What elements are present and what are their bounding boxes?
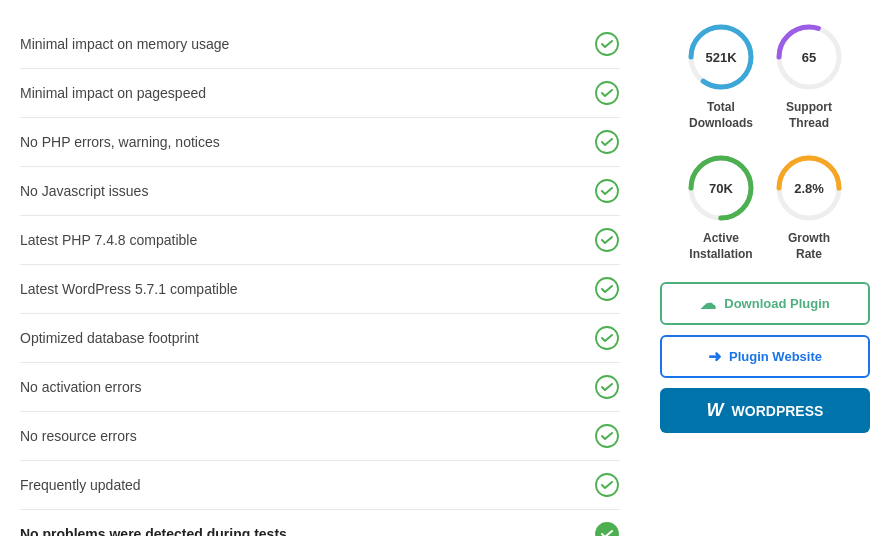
check-icon: [594, 178, 620, 204]
stat-value: 2.8%: [794, 181, 824, 196]
check-icon: [594, 521, 620, 536]
check-row: No problems were detected during tests.: [20, 510, 620, 536]
check-icon: [594, 325, 620, 351]
stat-circle: 70K: [684, 151, 758, 225]
wordpress-button[interactable]: W WORDPRESS: [660, 388, 870, 433]
checklist-panel: Minimal impact on memory usage Minimal i…: [20, 20, 620, 536]
stat-label: GrowthRate: [788, 231, 830, 262]
row-label: No Javascript issues: [20, 183, 148, 199]
row-label: No resource errors: [20, 428, 137, 444]
row-label: Minimal impact on memory usage: [20, 36, 229, 52]
check-icon: [594, 31, 620, 57]
website-label: Plugin Website: [729, 349, 822, 364]
row-label: Latest WordPress 5.7.1 compatible: [20, 281, 238, 297]
row-label: Latest PHP 7.4.8 compatible: [20, 232, 197, 248]
row-label: No activation errors: [20, 379, 141, 395]
stat-label: TotalDownloads: [689, 100, 753, 131]
check-icon: [594, 472, 620, 498]
check-row: No PHP errors, warning, notices: [20, 118, 620, 167]
check-icon: [594, 374, 620, 400]
check-icon: [594, 129, 620, 155]
download-label: Download Plugin: [724, 296, 829, 311]
check-row: Latest PHP 7.4.8 compatible: [20, 216, 620, 265]
stat-circle: 521K: [684, 20, 758, 94]
website-button[interactable]: ➜ Plugin Website: [660, 335, 870, 378]
check-row: Latest WordPress 5.7.1 compatible: [20, 265, 620, 314]
cloud-icon: ☁: [700, 294, 716, 313]
row-label: Frequently updated: [20, 477, 141, 493]
check-row: Frequently updated: [20, 461, 620, 510]
stat-circle: 65: [772, 20, 846, 94]
stats-row-top: 521K TotalDownloads 65 SupportThread: [660, 20, 870, 131]
check-row: Optimized database footprint: [20, 314, 620, 363]
check-icon: [594, 227, 620, 253]
stat-value: 65: [802, 50, 816, 65]
right-panel: 521K TotalDownloads 65 SupportThread 70K…: [640, 20, 870, 536]
stat-label: SupportThread: [786, 100, 832, 131]
stat-item: 65 SupportThread: [772, 20, 846, 131]
row-label: No problems were detected during tests.: [20, 526, 291, 536]
stat-item: 2.8% GrowthRate: [772, 151, 846, 262]
check-icon: [594, 276, 620, 302]
row-label: Minimal impact on pagespeed: [20, 85, 206, 101]
wordpress-label: WORDPRESS: [732, 403, 824, 419]
stats-row-bottom: 70K ActiveInstallation 2.8% GrowthRate: [660, 151, 870, 262]
check-row: Minimal impact on memory usage: [20, 20, 620, 69]
main-container: Minimal impact on memory usage Minimal i…: [0, 0, 890, 536]
wordpress-logo: W: [707, 400, 724, 421]
check-row: Minimal impact on pagespeed: [20, 69, 620, 118]
check-row: No activation errors: [20, 363, 620, 412]
stat-label: ActiveInstallation: [689, 231, 752, 262]
download-button[interactable]: ☁ Download Plugin: [660, 282, 870, 325]
row-label: No PHP errors, warning, notices: [20, 134, 220, 150]
row-label: Optimized database footprint: [20, 330, 199, 346]
check-row: No Javascript issues: [20, 167, 620, 216]
stat-value: 521K: [705, 50, 736, 65]
check-icon: [594, 80, 620, 106]
stat-circle: 2.8%: [772, 151, 846, 225]
stat-item: 70K ActiveInstallation: [684, 151, 758, 262]
stat-item: 521K TotalDownloads: [684, 20, 758, 131]
check-row: No resource errors: [20, 412, 620, 461]
check-icon: [594, 423, 620, 449]
arrow-icon: ➜: [708, 347, 721, 366]
stat-value: 70K: [709, 181, 733, 196]
